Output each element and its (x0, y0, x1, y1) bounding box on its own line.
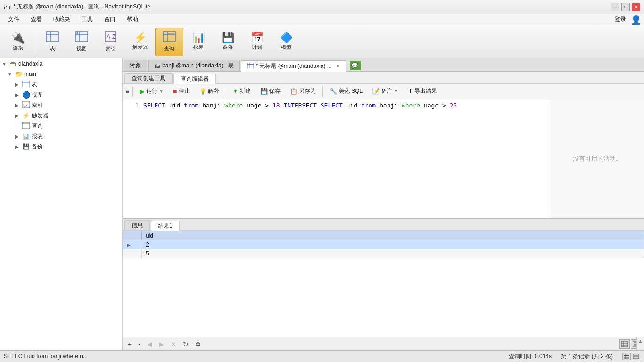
maximize-button[interactable]: □ (621, 3, 630, 11)
svg-rect-26 (621, 341, 628, 347)
user-icon: 👤 (631, 15, 641, 25)
sidebar-item-backup[interactable]: ▶ 💾 备份 (0, 141, 122, 152)
title-text: 🗃 * 无标题 @main (diandaxia) - 查询 - Navicat… (4, 3, 150, 11)
qtool-sep-1 (226, 86, 226, 97)
menu-help[interactable]: 帮助 (122, 14, 143, 25)
toolbar-backup[interactable]: 💾 备份 (214, 28, 242, 56)
toolbar: 🔌 连接 表 视图 A-Z 索引 ⚡ 触发器 查询 📊 报表 💾 备份 (0, 25, 644, 58)
comment-button[interactable]: 📝 备注 ▼ (368, 85, 403, 97)
new-icon: ✦ (233, 88, 238, 95)
menu-tools[interactable]: 工具 (76, 14, 98, 25)
toolbar-model[interactable]: 🔷 模型 (272, 28, 300, 56)
minimize-button[interactable]: ─ (611, 3, 619, 11)
toolbar-query[interactable]: 查询 (155, 28, 183, 56)
beautify-button[interactable]: 🔧 美化 SQL (325, 85, 367, 97)
window-controls[interactable]: ─ □ ✕ (611, 3, 640, 11)
sidebar-trigger-label: 触发器 (32, 112, 49, 120)
status-grid-view[interactable] (622, 353, 631, 360)
table-row[interactable]: 5 (123, 249, 644, 258)
new-button[interactable]: ✦ 新建 (229, 85, 255, 97)
statusbar: SELECT uid from banji where u... 查询时间: 0… (0, 350, 644, 362)
result-tab-info[interactable]: 信息 (124, 220, 150, 230)
refresh-button[interactable]: ↻ (181, 339, 191, 349)
status-view-buttons (622, 353, 640, 360)
sidebar-item-index[interactable]: ▶ idx 索引 (0, 100, 122, 110)
table-row[interactable]: ▶ 2 (123, 240, 644, 249)
menu-view[interactable]: 查看 (25, 14, 47, 25)
export-button[interactable]: ⬆ 导出结果 (404, 85, 441, 97)
tab-query[interactable]: * 无标题 @main (diandaxia) ... ✕ (241, 60, 346, 72)
toolbar-view[interactable]: 视图 (67, 28, 96, 56)
hamburger-icon[interactable]: ≡ (125, 88, 129, 95)
sidebar-item-trigger[interactable]: ▶ ⚡ 触发器 (0, 110, 122, 121)
sidebar-index-label: 索引 (32, 101, 43, 109)
sidebar-item-report[interactable]: ▶ 📊 报表 (0, 131, 122, 141)
tab-bar: 对象 🗂 banji @main (diandaxia) - 表 * 无标题 @… (123, 58, 644, 72)
editor-area: 1 SELECT uid from banji where uage > 18 … (123, 99, 644, 218)
svg-point-6 (76, 32, 78, 34)
saveas-button[interactable]: 📋 另存为 (286, 85, 320, 97)
beautify-icon: 🔧 (330, 88, 337, 95)
tab-query-close[interactable]: ✕ (336, 63, 340, 69)
sidebar-item-main[interactable]: ▼ 📁 main (0, 69, 122, 79)
cell-uid-1: 2 (142, 240, 644, 249)
subtab-editor[interactable]: 查询编辑器 (173, 74, 216, 84)
subtab-editor-label: 查询编辑器 (181, 75, 209, 83)
tree-root[interactable]: ▼ 🗃 diandaxia (0, 58, 122, 69)
svg-text:A-Z: A-Z (107, 33, 116, 40)
toolbar-trigger[interactable]: ⚡ 触发器 (126, 28, 154, 56)
next-row-button[interactable]: ▶ (157, 339, 166, 349)
status-sql-preview: SELECT uid from banji where u... (4, 353, 88, 360)
toolbar-report[interactable]: 📊 报表 (184, 28, 213, 56)
toolbar-connect[interactable]: 🔌 连接 (4, 28, 32, 56)
toolbar-schedule[interactable]: 📅 计划 (243, 28, 271, 56)
remove-row-button[interactable]: - (136, 339, 143, 349)
toolbar-index[interactable]: A-Z 索引 (97, 28, 125, 56)
toolbar-table[interactable]: 表 (38, 28, 66, 56)
sidebar-backup-label: 备份 (32, 143, 43, 151)
results-table: uid ▶ 2 5 (123, 231, 644, 337)
explain-button[interactable]: 💡 解释 (195, 85, 223, 97)
add-row-button[interactable]: + (125, 339, 134, 349)
sidebar-item-query[interactable]: 查询 (0, 121, 122, 131)
sidebar-query-label: 查询 (32, 122, 43, 130)
svg-rect-21 (247, 63, 254, 68)
stop-button[interactable]: ■ 停止 (169, 85, 194, 97)
run-button[interactable]: ▶ 运行 ▼ (135, 85, 168, 97)
col-header-uid: uid (142, 231, 644, 240)
model-icon: 🔷 (280, 33, 293, 43)
tab-object[interactable]: 对象 (124, 60, 147, 71)
prev-row-button[interactable]: ◀ (145, 339, 155, 349)
menu-file[interactable]: 文件 (3, 14, 25, 25)
index-icon: A-Z (104, 31, 117, 44)
tab-table[interactable]: 🗂 banji @main (diandaxia) - 表 (148, 60, 240, 71)
subtab-builder[interactable]: 查询创建工具 (124, 73, 173, 83)
svg-rect-34 (624, 354, 629, 359)
discard-button[interactable]: ✕ (168, 339, 179, 349)
status-form-view[interactable] (632, 353, 640, 360)
vertical-scrollbar[interactable]: ▲ ▼ (636, 337, 644, 350)
save-button[interactable]: 💾 保存 (256, 85, 285, 97)
backup-icon: 💾 (222, 33, 234, 43)
connect-icon: 🔌 (11, 32, 25, 43)
stop-results-button[interactable]: ⊗ (193, 339, 203, 349)
cell-uid-2: 5 (142, 249, 644, 258)
tab-wechat-icon: 💬 (350, 61, 361, 71)
view-icon (75, 31, 88, 44)
menubar: 文件 查看 收藏夹 工具 窗口 帮助 登录 👤 (0, 14, 644, 25)
sidebar-item-view[interactable]: ▶ 🔵 视图 (0, 90, 122, 100)
menu-window[interactable]: 窗口 (99, 14, 121, 25)
row-empty-cell (123, 249, 142, 258)
results-area: 信息 结果1 uid ▶ (123, 218, 644, 350)
menu-favorites[interactable]: 收藏夹 (48, 14, 75, 25)
sql-editor[interactable]: 1 SELECT uid from banji where uage > 18 … (123, 99, 550, 218)
stop-icon: ■ (173, 88, 177, 95)
explain-icon: 💡 (199, 88, 206, 95)
svg-rect-20 (26, 123, 29, 123)
result-tab-result1[interactable]: 结果1 (151, 221, 180, 231)
grid-view-button[interactable] (619, 339, 630, 349)
sidebar: ▼ 🗃 diandaxia ▼ 📁 main ▶ 表 ▶ 🔵 视图 ▶ idx (0, 58, 123, 350)
sidebar-item-table[interactable]: ▶ 表 (0, 79, 122, 90)
login-button[interactable]: 登录 (611, 16, 630, 24)
close-button[interactable]: ✕ (632, 3, 640, 11)
